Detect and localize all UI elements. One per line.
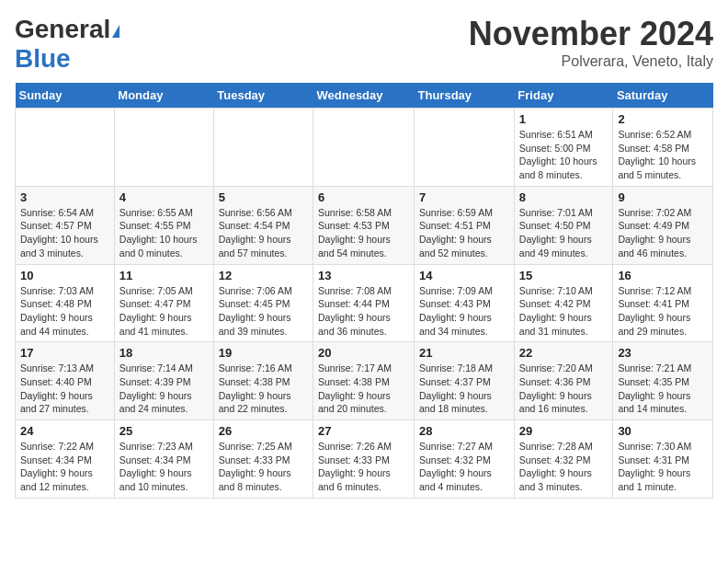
calendar-cell: 1Sunrise: 6:51 AM Sunset: 5:00 PM Daylig… — [514, 109, 613, 187]
day-number: 28 — [419, 424, 509, 438]
day-info: Sunrise: 7:25 AM Sunset: 4:33 PM Dayligh… — [219, 440, 308, 494]
day-info: Sunrise: 7:01 AM Sunset: 4:50 PM Dayligh… — [519, 206, 609, 260]
day-info: Sunrise: 6:54 AM Sunset: 4:57 PM Dayligh… — [20, 206, 109, 260]
day-info: Sunrise: 7:08 AM Sunset: 4:44 PM Dayligh… — [318, 284, 409, 339]
calendar-cell: 10Sunrise: 7:03 AM Sunset: 4:48 PM Dayli… — [16, 264, 115, 342]
day-number: 20 — [318, 346, 409, 360]
calendar-week-row: 17Sunrise: 7:13 AM Sunset: 4:40 PM Dayli… — [16, 342, 713, 420]
day-info: Sunrise: 7:20 AM Sunset: 4:36 PM Dayligh… — [519, 362, 609, 416]
weekday-header-friday: Friday — [514, 83, 613, 109]
day-number: 23 — [618, 346, 708, 360]
day-number: 14 — [419, 269, 509, 282]
calendar-cell: 11Sunrise: 7:05 AM Sunset: 4:47 PM Dayli… — [114, 264, 213, 342]
day-info: Sunrise: 7:22 AM Sunset: 4:34 PM Dayligh… — [20, 440, 109, 494]
day-number: 1 — [519, 112, 609, 126]
calendar-cell: 3Sunrise: 6:54 AM Sunset: 4:57 PM Daylig… — [16, 186, 115, 264]
calendar-cell: 17Sunrise: 7:13 AM Sunset: 4:40 PM Dayli… — [16, 342, 115, 420]
weekday-header-sunday: Sunday — [16, 83, 115, 109]
calendar-cell — [313, 109, 415, 187]
calendar-cell: 18Sunrise: 7:14 AM Sunset: 4:39 PM Dayli… — [114, 342, 213, 420]
weekday-header-wednesday: Wednesday — [313, 83, 415, 109]
weekday-header-saturday: Saturday — [613, 83, 713, 109]
day-info: Sunrise: 7:28 AM Sunset: 4:32 PM Dayligh… — [519, 440, 609, 494]
day-info: Sunrise: 7:05 AM Sunset: 4:47 PM Dayligh… — [119, 284, 209, 339]
calendar-cell — [16, 109, 115, 187]
month-title: November 2024 — [469, 15, 713, 53]
calendar-header: SundayMondayTuesdayWednesdayThursdayFrid… — [16, 83, 713, 109]
day-info: Sunrise: 6:51 AM Sunset: 5:00 PM Dayligh… — [519, 128, 609, 182]
day-number: 5 — [219, 190, 308, 204]
day-number: 30 — [618, 424, 708, 438]
day-number: 25 — [119, 424, 209, 438]
day-info: Sunrise: 6:56 AM Sunset: 4:54 PM Dayligh… — [219, 206, 308, 260]
calendar-week-row: 1Sunrise: 6:51 AM Sunset: 5:00 PM Daylig… — [16, 109, 713, 187]
day-info: Sunrise: 7:14 AM Sunset: 4:39 PM Dayligh… — [119, 362, 209, 416]
day-number: 2 — [618, 112, 708, 126]
calendar-cell: 28Sunrise: 7:27 AM Sunset: 4:32 PM Dayli… — [415, 420, 515, 499]
day-info: Sunrise: 7:16 AM Sunset: 4:38 PM Dayligh… — [219, 362, 308, 416]
logo: General Blue — [15, 15, 119, 74]
day-info: Sunrise: 7:23 AM Sunset: 4:34 PM Dayligh… — [119, 440, 209, 494]
calendar-cell: 27Sunrise: 7:26 AM Sunset: 4:33 PM Dayli… — [313, 420, 415, 499]
calendar-cell: 2Sunrise: 6:52 AM Sunset: 4:58 PM Daylig… — [613, 109, 713, 187]
logo-triangle-icon — [112, 25, 119, 38]
calendar-cell — [114, 109, 213, 187]
day-number: 16 — [618, 269, 708, 282]
calendar-cell: 4Sunrise: 6:55 AM Sunset: 4:55 PM Daylig… — [114, 186, 213, 264]
day-info: Sunrise: 7:27 AM Sunset: 4:32 PM Dayligh… — [419, 440, 509, 494]
day-info: Sunrise: 7:13 AM Sunset: 4:40 PM Dayligh… — [20, 362, 109, 416]
weekday-header-tuesday: Tuesday — [213, 83, 313, 109]
calendar-cell: 19Sunrise: 7:16 AM Sunset: 4:38 PM Dayli… — [213, 342, 313, 420]
calendar-cell: 23Sunrise: 7:21 AM Sunset: 4:35 PM Dayli… — [613, 342, 713, 420]
calendar-cell: 7Sunrise: 6:59 AM Sunset: 4:51 PM Daylig… — [415, 186, 515, 264]
day-info: Sunrise: 7:10 AM Sunset: 4:42 PM Dayligh… — [519, 284, 609, 339]
calendar-cell: 25Sunrise: 7:23 AM Sunset: 4:34 PM Dayli… — [114, 420, 213, 499]
day-info: Sunrise: 7:09 AM Sunset: 4:43 PM Dayligh… — [419, 284, 509, 339]
calendar-cell: 26Sunrise: 7:25 AM Sunset: 4:33 PM Dayli… — [213, 420, 313, 499]
day-number: 13 — [318, 269, 409, 282]
day-number: 6 — [318, 190, 409, 204]
calendar-cell: 8Sunrise: 7:01 AM Sunset: 4:50 PM Daylig… — [514, 186, 613, 264]
day-number: 27 — [318, 424, 409, 438]
calendar-cell: 12Sunrise: 7:06 AM Sunset: 4:45 PM Dayli… — [213, 264, 313, 342]
day-number: 26 — [219, 424, 308, 438]
day-info: Sunrise: 6:58 AM Sunset: 4:53 PM Dayligh… — [318, 206, 409, 260]
calendar-cell: 30Sunrise: 7:30 AM Sunset: 4:31 PM Dayli… — [613, 420, 713, 499]
day-number: 8 — [519, 190, 609, 204]
calendar-cell: 5Sunrise: 6:56 AM Sunset: 4:54 PM Daylig… — [213, 186, 313, 264]
title-block: November 2024 Polverara, Veneto, Italy — [469, 15, 713, 70]
calendar-cell — [213, 109, 313, 187]
calendar-cell: 22Sunrise: 7:20 AM Sunset: 4:36 PM Dayli… — [514, 342, 613, 420]
weekday-header-thursday: Thursday — [415, 83, 515, 109]
logo-general-text: General — [15, 15, 110, 44]
day-info: Sunrise: 7:03 AM Sunset: 4:48 PM Dayligh… — [20, 284, 109, 339]
day-number: 7 — [419, 190, 509, 204]
day-number: 17 — [20, 346, 109, 360]
day-number: 9 — [618, 190, 708, 204]
calendar-cell: 16Sunrise: 7:12 AM Sunset: 4:41 PM Dayli… — [613, 264, 713, 342]
weekday-header-monday: Monday — [114, 83, 213, 109]
day-number: 15 — [519, 269, 609, 282]
day-info: Sunrise: 7:30 AM Sunset: 4:31 PM Dayligh… — [618, 440, 708, 494]
day-info: Sunrise: 7:21 AM Sunset: 4:35 PM Dayligh… — [618, 362, 708, 416]
location-subtitle: Polverara, Veneto, Italy — [469, 53, 713, 70]
day-info: Sunrise: 7:06 AM Sunset: 4:45 PM Dayligh… — [219, 284, 308, 339]
day-number: 19 — [219, 346, 308, 360]
calendar-cell: 14Sunrise: 7:09 AM Sunset: 4:43 PM Dayli… — [415, 264, 515, 342]
calendar-cell: 24Sunrise: 7:22 AM Sunset: 4:34 PM Dayli… — [16, 420, 115, 499]
day-number: 18 — [119, 346, 209, 360]
calendar-week-row: 24Sunrise: 7:22 AM Sunset: 4:34 PM Dayli… — [16, 420, 713, 499]
day-number: 24 — [20, 424, 109, 438]
day-number: 4 — [119, 190, 209, 204]
day-number: 22 — [519, 346, 609, 360]
calendar-week-row: 10Sunrise: 7:03 AM Sunset: 4:48 PM Dayli… — [16, 264, 713, 342]
calendar-body: 1Sunrise: 6:51 AM Sunset: 5:00 PM Daylig… — [16, 109, 713, 499]
day-number: 11 — [119, 269, 209, 282]
day-info: Sunrise: 6:52 AM Sunset: 4:58 PM Dayligh… — [618, 128, 708, 182]
day-number: 29 — [519, 424, 609, 438]
logo-blue-text: Blue — [15, 44, 71, 73]
calendar-cell: 6Sunrise: 6:58 AM Sunset: 4:53 PM Daylig… — [313, 186, 415, 264]
day-info: Sunrise: 7:12 AM Sunset: 4:41 PM Dayligh… — [618, 284, 708, 339]
calendar-cell: 21Sunrise: 7:18 AM Sunset: 4:37 PM Dayli… — [415, 342, 515, 420]
calendar-cell: 13Sunrise: 7:08 AM Sunset: 4:44 PM Dayli… — [313, 264, 415, 342]
